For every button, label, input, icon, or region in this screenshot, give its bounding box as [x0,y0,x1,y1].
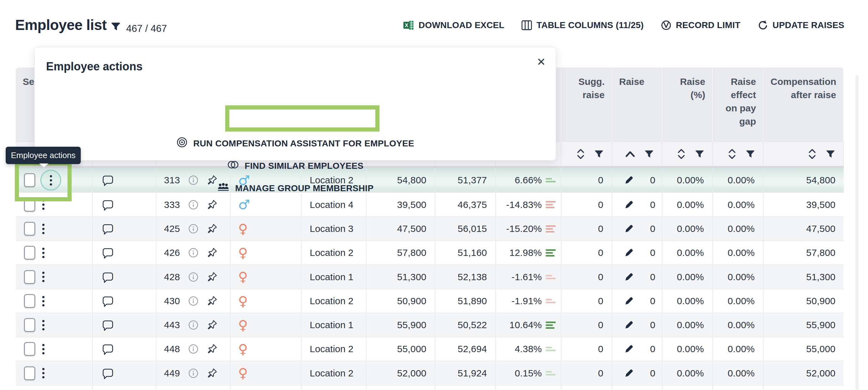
edit-raise-pencil-icon[interactable] [624,200,634,210]
cell-gender: ♀ [230,265,302,289]
manage-group-membership-button[interactable]: MANAGE GROUP MEMBERSHIP [35,182,556,194]
column-header-raise[interactable]: Raise [612,67,662,142]
row-checkbox[interactable] [24,294,35,308]
edit-raise-pencil-icon[interactable] [624,247,634,258]
row-actions-kebab-icon[interactable] [40,366,46,380]
row-actions-kebab-icon[interactable] [40,342,46,356]
filter-icon[interactable] [111,22,121,33]
sort-icon[interactable] [576,148,585,160]
table-row: 448♀Location 255,00052,6944.38%000.00%0.… [16,337,844,361]
edit-raise-pencil-icon[interactable] [624,320,634,330]
filter-icon[interactable] [826,149,835,159]
find-similar-employees-button[interactable]: FIND SIMILAR EMPLOYEES [35,160,556,172]
edit-raise-pencil-icon[interactable] [624,175,634,185]
row-checkbox[interactable] [24,246,35,260]
cell-chat [93,217,156,240]
cell-sugg: 0 [561,168,612,192]
row-actions-kebab-icon[interactable] [40,198,46,212]
sort-icon[interactable] [808,148,816,160]
filter-icon[interactable] [746,149,755,159]
close-icon[interactable]: ✕ [535,54,547,69]
row-actions-kebab-icon[interactable] [40,270,46,284]
cell-salary: 51,300 [367,265,435,289]
dialog-title: Employee actions [46,60,143,73]
row-actions-kebab-icon[interactable] [40,222,46,236]
record-limit-button[interactable]: RECORD LIMIT [661,20,741,31]
pin-icon[interactable] [207,320,217,330]
info-icon[interactable] [188,296,198,306]
compensation-after-raise-value: 39,500 [806,200,836,210]
chat-icon[interactable] [101,295,114,307]
column-header-raisepct[interactable]: Raise (%) [662,67,713,142]
salary-value: 57,800 [397,247,427,258]
chat-icon[interactable] [101,367,114,380]
cell-pct: -15.20% [496,217,561,240]
pin-icon[interactable] [207,200,217,210]
row-actions-kebab-icon[interactable] [40,294,46,308]
column-header-sugg[interactable]: Sugg. raise [561,67,612,142]
filter-icon[interactable] [695,149,704,159]
row-checkbox[interactable] [24,270,35,284]
info-icon[interactable] [188,320,198,330]
update-raises-button[interactable]: UPDATE RAISES [757,20,844,31]
cell-after [764,386,844,390]
chat-icon[interactable] [101,199,114,211]
row-checkbox[interactable] [24,366,35,380]
filter-icon[interactable] [594,149,603,159]
chat-icon[interactable] [101,222,114,235]
edit-raise-pencil-icon[interactable] [624,272,634,282]
row-checkbox[interactable] [24,318,35,332]
info-icon[interactable] [188,200,198,210]
column-header-after[interactable]: Compensation after raise [764,67,844,142]
edit-raise-pencil-icon[interactable] [624,368,634,379]
location-value: Location 1 [310,272,353,282]
info-icon[interactable] [188,272,198,282]
row-checkbox[interactable] [24,173,35,187]
filter-icon[interactable] [645,149,653,159]
pin-icon[interactable] [207,272,217,282]
run-compensation-assistant-button[interactable]: RUN COMPENSATION ASSISTANT FOR EMPLOYEE [35,136,556,151]
compensation-after-raise-value: 54,800 [806,175,836,185]
row-actions-kebab-icon[interactable] [40,246,46,260]
sort-ascending-icon[interactable] [625,151,635,157]
market-benchmark-value: 51,160 [458,247,487,258]
cell-gender [230,386,302,390]
cell-salary: 55,000 [367,337,435,361]
pin-icon[interactable] [207,368,217,379]
female-gender-icon: ♀ [238,269,248,284]
sort-icon[interactable] [727,148,737,160]
employee-number: 428 [164,272,180,282]
info-icon[interactable] [188,368,198,378]
info-icon[interactable] [188,344,198,354]
table-columns-button[interactable]: TABLE COLUMNS (11/25) [521,20,644,30]
download-excel-button[interactable]: X DOWNLOAD EXCEL [403,20,504,31]
column-header-effect[interactable]: Raise effect on pay gap [713,67,764,142]
chat-icon[interactable] [101,319,114,331]
tooltip-text: Employee actions [11,151,75,160]
info-icon[interactable] [188,224,198,234]
row-checkbox[interactable] [24,342,35,356]
table-columns-label: TABLE COLUMNS (11/25) [536,20,644,30]
pin-icon[interactable] [207,223,217,234]
pin-icon[interactable] [207,296,217,306]
cell-location: Location 4 [302,193,367,216]
edit-raise-pencil-icon[interactable] [624,343,634,354]
chat-icon[interactable] [101,246,114,259]
vertical-scrollbar[interactable] [856,75,859,390]
sort-icon[interactable] [677,148,686,160]
pin-icon[interactable] [207,247,217,258]
cell-raisepct: 0.00% [662,217,713,240]
row-actions-kebab-icon[interactable] [40,318,46,332]
pin-icon[interactable] [207,343,217,354]
chat-icon[interactable] [101,271,114,283]
row-checkbox[interactable] [24,222,35,236]
cell-select [16,313,93,337]
row-checkbox[interactable] [24,198,35,212]
edit-raise-pencil-icon[interactable] [624,223,634,234]
cell-emp: 333 [156,193,230,216]
cell-pct: 0.15% [496,361,561,385]
info-icon[interactable] [188,248,198,258]
cell-effect: 0.00% [713,168,764,192]
chat-icon[interactable] [101,343,114,355]
edit-raise-pencil-icon[interactable] [624,296,634,306]
